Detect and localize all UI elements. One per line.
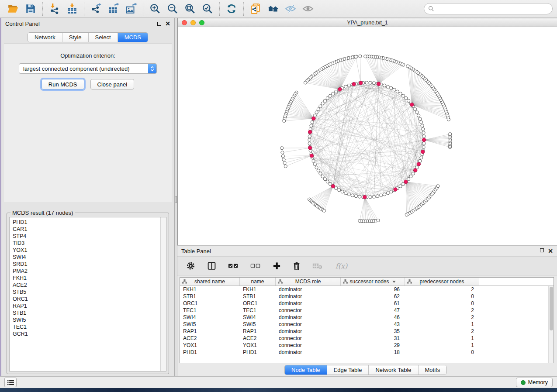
panel-splitter[interactable] xyxy=(174,18,177,376)
tab-mcds[interactable]: MCDS xyxy=(118,33,148,42)
function-builder-button[interactable]: f(x) xyxy=(334,261,348,271)
optimization-criterion-select[interactable]: largest connected component (undirected) xyxy=(19,63,157,74)
close-panel-icon[interactable]: ✕ xyxy=(165,21,170,26)
export-network-button[interactable] xyxy=(87,1,105,17)
cell-name: RAP1 xyxy=(240,328,276,335)
cell-successor_nodes: 31 xyxy=(341,335,405,342)
export-image-button[interactable] xyxy=(122,1,140,17)
hide-selected-button[interactable] xyxy=(282,1,299,17)
delete-table-button[interactable] xyxy=(312,261,322,271)
import-network-button[interactable] xyxy=(46,1,63,17)
splitter-grip[interactable] xyxy=(175,196,177,203)
mcds-result-item[interactable]: STB5 xyxy=(13,289,160,296)
mcds-result-item[interactable]: TEC1 xyxy=(13,323,160,330)
mcds-result-item[interactable]: YOX1 xyxy=(13,247,160,254)
tab-motifs[interactable]: Motifs xyxy=(419,365,447,375)
window-close-icon[interactable] xyxy=(182,20,187,25)
network-graph[interactable] xyxy=(178,27,557,245)
cell-name: ORC1 xyxy=(240,300,276,307)
mcds-result-item[interactable]: TID3 xyxy=(13,240,160,247)
cell-name: FKH1 xyxy=(240,286,276,293)
search-box[interactable] xyxy=(424,3,553,14)
table-row[interactable]: ACE2ACE2connector311 xyxy=(180,335,554,342)
table-row[interactable]: YOX1YOX1connector291 xyxy=(180,342,554,349)
zoom-selected-button[interactable] xyxy=(199,1,216,17)
delete-column-button[interactable] xyxy=(293,261,301,271)
cell-name: YOX1 xyxy=(240,342,276,349)
mcds-result-item[interactable]: GCR1 xyxy=(13,330,160,337)
mcds-result-item[interactable]: SWI5 xyxy=(13,316,160,323)
window-maximize-icon[interactable] xyxy=(199,20,204,25)
new-network-from-selection-button[interactable] xyxy=(247,1,264,17)
network-window-titlebar[interactable]: YPA_prune.txt_1 xyxy=(178,18,557,27)
save-session-button[interactable] xyxy=(22,1,39,17)
table-row[interactable]: STB1STB1dominator620 xyxy=(180,293,554,300)
mcds-result-item[interactable]: RAP1 xyxy=(13,303,160,309)
tab-style[interactable]: Style xyxy=(62,33,89,42)
mcds-result-item[interactable]: FKH1 xyxy=(13,275,160,282)
mcds-result-scrollbar[interactable] xyxy=(160,217,166,371)
column-header-shared_name[interactable]: shared name xyxy=(180,278,240,285)
table-row[interactable]: TEC1TEC1connector472 xyxy=(180,307,554,314)
sort-desc-icon xyxy=(392,281,396,283)
close-panel-button[interactable]: Close panel xyxy=(90,79,135,89)
table-row[interactable]: SWI5SWI5connector431 xyxy=(180,321,554,328)
memory-button[interactable]: Memory xyxy=(516,378,553,387)
table-row[interactable]: PHD1PHD1dominator180 xyxy=(180,349,554,356)
import-table-button[interactable] xyxy=(63,1,81,17)
svg-text:f(x): f(x) xyxy=(336,262,348,270)
mcds-result-item[interactable]: STP4 xyxy=(13,233,160,240)
search-input[interactable] xyxy=(436,6,548,12)
table-row[interactable]: SWI4SWI4dominator462 xyxy=(180,314,554,321)
tab-node-table[interactable]: Node Table xyxy=(285,365,327,375)
mcds-result-item[interactable]: ACE2 xyxy=(13,282,160,289)
show-all-button[interactable] xyxy=(299,1,317,17)
folder-open-button[interactable] xyxy=(4,1,22,17)
float-panel-icon[interactable] xyxy=(157,22,161,26)
mcds-result-list[interactable]: PHD1CAR1STP4TID3YOX1SWI4SRD1PMA2FKH1ACE2… xyxy=(10,217,160,371)
tab-select[interactable]: Select xyxy=(89,33,118,42)
table-scrollbar[interactable] xyxy=(548,286,554,363)
column-header-successor_nodes[interactable]: successor nodes xyxy=(341,278,405,285)
export-table-button[interactable] xyxy=(105,1,122,17)
select-all-button[interactable] xyxy=(228,261,239,271)
tab-network[interactable]: Network xyxy=(28,33,62,42)
control-panel-title: Control Panel xyxy=(5,21,40,27)
first-neighbors-button[interactable] xyxy=(264,1,282,17)
column-header-predecessor_nodes[interactable]: predecessor nodes xyxy=(405,278,479,285)
table-scrollbar-thumb[interactable] xyxy=(550,287,553,330)
split-panel-button[interactable] xyxy=(207,261,216,271)
cell-mcds_role: dominator xyxy=(276,286,341,293)
zoom-out-button[interactable] xyxy=(164,1,181,17)
mcds-result-item[interactable]: SRD1 xyxy=(13,261,160,268)
mcds-result-item[interactable]: SWI4 xyxy=(13,254,160,261)
folder-open-icon xyxy=(7,3,19,14)
column-header-name[interactable]: name xyxy=(240,278,276,285)
tab-network-table[interactable]: Network Table xyxy=(369,365,418,375)
mcds-result-item[interactable]: ORC1 xyxy=(13,296,160,303)
settings-gear-button[interactable] xyxy=(186,261,195,271)
mcds-result-item[interactable]: PMA2 xyxy=(13,268,160,275)
float-table-panel-icon[interactable] xyxy=(540,248,544,252)
table-row[interactable]: FKH1FKH1dominator962 xyxy=(180,286,554,293)
zoom-in-button[interactable] xyxy=(146,1,164,17)
task-history-button[interactable] xyxy=(4,378,17,387)
table-row[interactable]: RAP1RAP1dominator352 xyxy=(180,328,554,335)
tab-edge-table[interactable]: Edge Table xyxy=(327,365,369,375)
cell-shared_name: ORC1 xyxy=(180,300,240,307)
mcds-result-item[interactable]: STB1 xyxy=(13,309,160,316)
column-header-mcds_role[interactable]: MCDS role xyxy=(276,278,341,285)
mcds-result-item[interactable]: CAR1 xyxy=(13,226,160,233)
apply-layout-button[interactable] xyxy=(223,1,240,17)
deselect-all-button[interactable] xyxy=(250,261,261,271)
zoom-fit-button[interactable] xyxy=(181,1,199,17)
cell-name: TEC1 xyxy=(240,307,276,314)
window-minimize-icon[interactable] xyxy=(190,20,196,25)
add-column-button[interactable] xyxy=(273,261,281,271)
run-mcds-button[interactable]: Run MCDS xyxy=(42,79,84,89)
export-network-icon xyxy=(90,3,102,14)
close-table-panel-icon[interactable]: ✕ xyxy=(548,248,553,254)
network-canvas[interactable] xyxy=(178,27,557,245)
mcds-result-item[interactable]: PHD1 xyxy=(13,219,160,226)
table-row[interactable]: ORC1ORC1dominator610 xyxy=(180,300,554,307)
